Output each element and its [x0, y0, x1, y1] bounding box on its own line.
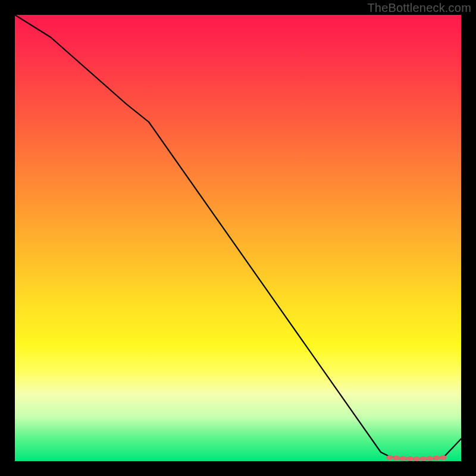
marker-dot: [393, 456, 400, 461]
chart-overlay: [15, 15, 461, 461]
marker-dot: [406, 456, 414, 461]
marker-dot: [400, 456, 407, 461]
marker-dot: [433, 456, 440, 461]
curve-line: [15, 15, 461, 459]
plot-area: [15, 15, 461, 461]
attribution-text: TheBottleneck.com: [367, 1, 471, 15]
marker-dot: [427, 456, 434, 461]
marker-dot: [386, 455, 393, 460]
chart-frame: TheBottleneck.com: [0, 0, 476, 476]
marker-dot: [440, 455, 447, 460]
marker-dot: [413, 456, 420, 461]
marker-group: [386, 455, 447, 461]
marker-dot: [419, 456, 427, 461]
